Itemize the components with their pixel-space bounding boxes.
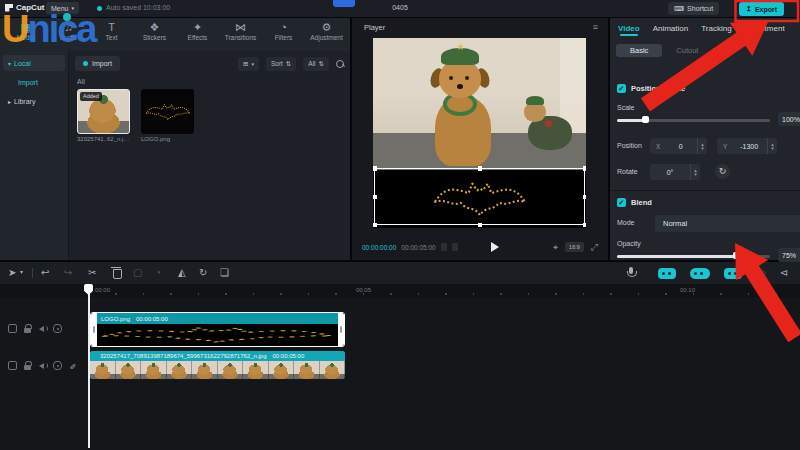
time-ruler[interactable]: 00:00 00:05 00:10 bbox=[0, 284, 800, 298]
fit-preview-icon[interactable]: ⌖ bbox=[553, 242, 558, 252]
delete-icon[interactable] bbox=[112, 269, 120, 277]
logo-clip[interactable]: LOGO.png 00:00:05:00 bbox=[90, 312, 345, 347]
fullscreen-icon[interactable]: ⤢ bbox=[591, 242, 598, 252]
checkbox-checked-icon[interactable]: ✓ bbox=[617, 84, 626, 93]
cover-edit-icon[interactable]: ✎ bbox=[69, 363, 78, 370]
scale-slider[interactable] bbox=[617, 116, 770, 123]
track-thumbnail-icon[interactable] bbox=[8, 324, 17, 333]
freeze-frame-icon[interactable]: ▢ bbox=[133, 266, 142, 279]
preview-axis-toggle-icon[interactable] bbox=[724, 268, 742, 279]
photo-clip[interactable]: 320257417_708913987189674_59967316227928… bbox=[90, 351, 345, 379]
tab-transitions[interactable]: ⋈ Transitions bbox=[219, 21, 262, 51]
lock-track-icon[interactable] bbox=[23, 361, 32, 370]
position-y-input[interactable]: Y -1300 ▴▾ bbox=[717, 138, 777, 154]
blend-mode-dropdown[interactable]: Normal bbox=[655, 215, 800, 232]
next-frame-icon[interactable] bbox=[452, 243, 458, 251]
tab-adjustment[interactable]: ⚙ Adjustment bbox=[305, 21, 348, 51]
export-button[interactable]: ↥ Export bbox=[739, 2, 784, 16]
import-button[interactable]: Import bbox=[75, 56, 120, 71]
tab-stickers[interactable]: ❖ Stickers bbox=[133, 21, 176, 51]
view-mode-button[interactable]: ⊞ ▾ bbox=[238, 57, 259, 71]
resize-handle[interactable] bbox=[373, 195, 377, 200]
blend-toggle[interactable]: ✓ Blend bbox=[617, 198, 652, 207]
subtab-mask[interactable]: Mask bbox=[712, 46, 730, 55]
rotate-input[interactable]: 0° ▴▾ bbox=[650, 164, 700, 180]
lock-track-icon[interactable] bbox=[23, 324, 32, 333]
sidebar-item-library[interactable]: ▸ Library bbox=[3, 93, 65, 109]
sort-button[interactable]: Sort ⇅ bbox=[266, 57, 296, 71]
text-icon: T bbox=[108, 21, 115, 33]
mute-track-icon[interactable] bbox=[38, 361, 47, 370]
resize-handle[interactable] bbox=[373, 223, 377, 228]
crop-icon[interactable]: ❏ bbox=[220, 266, 229, 279]
resize-handle[interactable] bbox=[373, 166, 377, 171]
record-voiceover-icon[interactable] bbox=[626, 267, 636, 280]
clip-duration: 00:00:05:00 bbox=[273, 353, 305, 359]
scale-slider-thumb[interactable] bbox=[642, 116, 649, 123]
scale-value[interactable]: 100% bbox=[778, 112, 800, 126]
redo-icon[interactable]: ↪ bbox=[64, 266, 72, 279]
sidebar-item-import[interactable]: Import bbox=[3, 74, 65, 90]
mute-track-icon[interactable] bbox=[38, 324, 47, 333]
resize-handle[interactable] bbox=[583, 166, 587, 171]
link-toggle-icon[interactable] bbox=[690, 268, 710, 279]
detach-audio-icon[interactable]: ◔ bbox=[155, 266, 161, 279]
tab-video[interactable]: Video bbox=[618, 24, 640, 36]
split-icon[interactable]: ✂ bbox=[88, 266, 96, 279]
tab-adjustment[interactable]: Adjustment bbox=[745, 24, 785, 36]
track-volume-icon[interactable]: ⊲ bbox=[780, 266, 788, 279]
trim-handle-right[interactable] bbox=[338, 313, 344, 346]
tab-media[interactable]: ▦ Media bbox=[4, 21, 47, 51]
position-size-toggle[interactable]: ✓ Position & Size bbox=[617, 84, 685, 93]
chevron-down-icon[interactable]: ▾ bbox=[20, 266, 23, 279]
stepper-arrows[interactable]: ▴▾ bbox=[690, 164, 700, 180]
rotate-icon[interactable]: ↻ bbox=[199, 266, 207, 279]
resize-handle[interactable] bbox=[478, 166, 483, 171]
hide-track-icon[interactable] bbox=[53, 324, 62, 333]
trim-handle-left[interactable] bbox=[91, 313, 97, 346]
shortcut-button[interactable]: ⌨ Shortcut bbox=[668, 2, 719, 15]
stepper-arrows[interactable]: ▴▾ bbox=[767, 138, 777, 154]
timeline[interactable]: 00:00 00:05 00:10 ✎ LOGO.png 00:00:05:00 bbox=[0, 284, 800, 450]
menu-button[interactable]: Menu ▾ bbox=[46, 2, 79, 14]
tab-effects[interactable]: ✦ Effects bbox=[176, 21, 219, 51]
stepper-arrows[interactable]: ▴▾ bbox=[697, 138, 707, 154]
filter-all-button[interactable]: All ⇅ bbox=[303, 57, 329, 71]
ratio-button[interactable]: 16:9 bbox=[565, 242, 584, 252]
prev-frame-icon[interactable] bbox=[441, 243, 447, 251]
media-item-logo[interactable]: LOGO.png bbox=[141, 89, 194, 142]
tab-animation[interactable]: Animation bbox=[653, 24, 689, 36]
tab-audio[interactable]: ♫ Audio bbox=[47, 21, 90, 51]
resize-handle[interactable] bbox=[583, 223, 587, 228]
preview-canvas[interactable] bbox=[373, 38, 586, 228]
magnet-toggle-icon[interactable] bbox=[658, 268, 676, 279]
play-button[interactable] bbox=[491, 242, 499, 252]
track-thumbnail-icon[interactable] bbox=[8, 361, 17, 370]
tab-filters[interactable]: ◔ Filters bbox=[262, 21, 305, 51]
zoom-fit-icon[interactable]: ◌ bbox=[760, 266, 766, 279]
opacity-slider[interactable] bbox=[617, 252, 770, 259]
checkbox-checked-icon[interactable]: ✓ bbox=[617, 198, 626, 207]
position-x-input[interactable]: X 0 ▴▾ bbox=[650, 138, 707, 154]
subtab-cutout[interactable]: Cutout bbox=[676, 46, 698, 55]
playhead-line[interactable] bbox=[88, 284, 90, 448]
opacity-slider-thumb[interactable] bbox=[733, 252, 740, 259]
select-tool-icon[interactable]: ➤ bbox=[8, 266, 16, 279]
hide-track-icon[interactable] bbox=[53, 361, 62, 370]
opacity-value[interactable]: 75% bbox=[778, 248, 800, 262]
resize-handle[interactable] bbox=[583, 195, 587, 200]
tab-tracking[interactable]: Tracking bbox=[701, 24, 731, 36]
mirror-icon[interactable]: ◭ bbox=[178, 266, 186, 279]
sticker-icon: ❖ bbox=[150, 21, 160, 33]
resize-handle[interactable] bbox=[478, 223, 483, 228]
autosave-status: Auto saved 10:03:00 bbox=[106, 4, 170, 11]
media-item-photo[interactable]: Added 32025741..62_n.jpg bbox=[77, 89, 130, 142]
rotate-90-button[interactable]: ↻ bbox=[715, 164, 730, 179]
selection-box[interactable] bbox=[374, 168, 585, 225]
sidebar-item-local[interactable]: ▾ Local bbox=[3, 55, 65, 71]
player-menu-icon[interactable]: ≡ bbox=[593, 22, 598, 32]
search-icon[interactable] bbox=[336, 60, 344, 68]
subtab-basic[interactable]: Basic bbox=[616, 44, 662, 57]
tab-text[interactable]: T Text bbox=[90, 21, 133, 51]
undo-icon[interactable]: ↩ bbox=[41, 266, 49, 279]
